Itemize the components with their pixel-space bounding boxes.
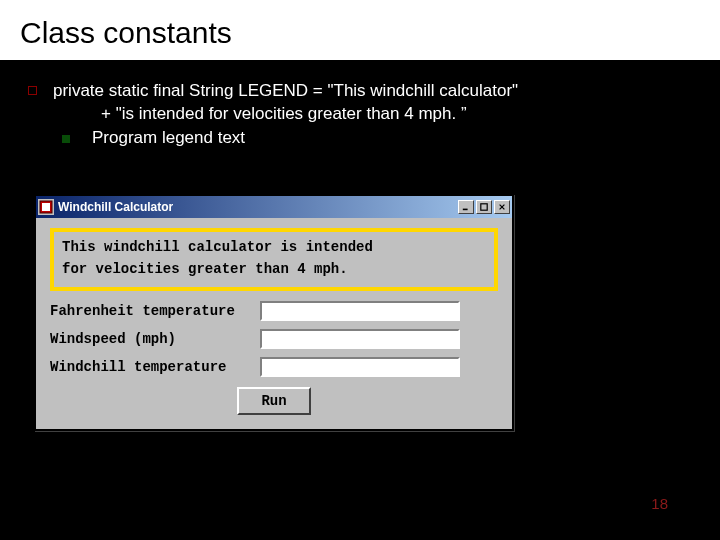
svg-rect-3 [481, 204, 487, 210]
legend-line2: for velocities greater than 4 mph. [62, 258, 486, 280]
close-icon[interactable] [494, 200, 510, 214]
slide-body: private static final String LEGEND = "Th… [0, 62, 720, 158]
titlebar: Windchill Calculator [36, 196, 512, 218]
minimize-icon[interactable] [458, 200, 474, 214]
windchill-label: Windchill temperature [50, 359, 260, 375]
slide-title: Class constants [0, 0, 720, 62]
legend-highlight: This windchill calculator is intended fo… [50, 228, 498, 291]
code-line2: + "is intended for velocities greater th… [53, 103, 518, 126]
svg-rect-1 [42, 203, 50, 211]
fahrenheit-row: Fahrenheit temperature [50, 301, 498, 321]
windspeed-input[interactable] [260, 329, 460, 349]
run-button[interactable]: Run [237, 387, 310, 415]
filled-square-bullet-icon [62, 135, 70, 143]
bullet-level1: private static final String LEGEND = "Th… [28, 80, 692, 126]
titlebar-buttons [458, 200, 510, 214]
sub-text: Program legend text [92, 128, 245, 148]
page-number: 18 [651, 495, 668, 512]
legend-line1: This windchill calculator is intended [62, 236, 486, 258]
square-bullet-icon [28, 86, 37, 95]
windspeed-row: Windspeed (mph) [50, 329, 498, 349]
windchill-input[interactable] [260, 357, 460, 377]
window-body: This windchill calculator is intended fo… [36, 218, 512, 429]
fahrenheit-input[interactable] [260, 301, 460, 321]
app-window: Windchill Calculator This windchill calc… [34, 194, 514, 431]
bullet-level2: Program legend text [62, 128, 692, 148]
app-icon [38, 199, 54, 215]
code-line1: private static final String LEGEND = "Th… [53, 80, 518, 103]
fahrenheit-label: Fahrenheit temperature [50, 303, 260, 319]
windchill-row: Windchill temperature [50, 357, 498, 377]
maximize-icon[interactable] [476, 200, 492, 214]
run-row: Run [50, 387, 498, 415]
window-title: Windchill Calculator [58, 200, 458, 214]
svg-rect-2 [463, 209, 468, 211]
windspeed-label: Windspeed (mph) [50, 331, 260, 347]
code-text: private static final String LEGEND = "Th… [53, 80, 518, 126]
